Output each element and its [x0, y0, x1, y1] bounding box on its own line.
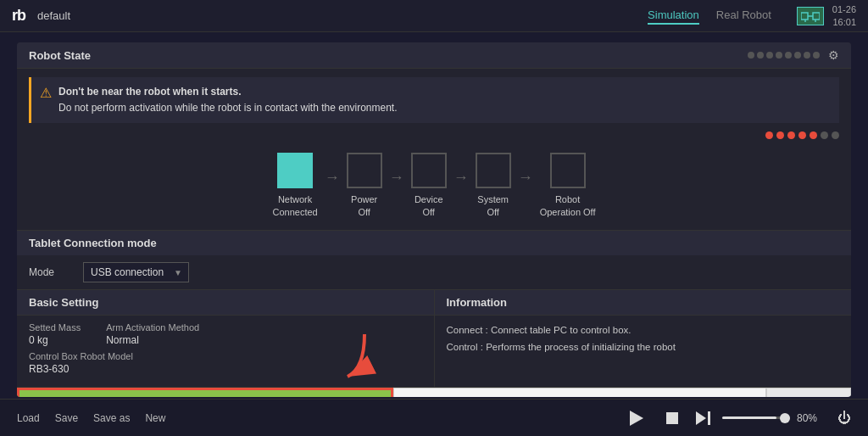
warning-line1: Don't be near the robot when it starts. [58, 86, 242, 98]
tablet-mode-row: Mode USB connection WiFi connection Blue… [17, 255, 851, 289]
speed-slider-track[interactable] [722, 416, 790, 419]
robot-state-header: Robot State ⚙ [17, 42, 851, 69]
power-button[interactable]: ⏻ [837, 411, 851, 426]
dot-7 [804, 52, 810, 59]
warning-banner: ⚠ Don't be near the robot when it starts… [29, 77, 839, 123]
stop-button[interactable] [660, 406, 684, 430]
nav-load[interactable]: Load [17, 412, 40, 424]
information-col: Information Connect : Connect table PC t… [435, 290, 852, 387]
close-button[interactable]: Close [766, 388, 851, 397]
tablet-connection-title: Tablet Connection mode [17, 231, 851, 255]
step-network: NetworkConnected [272, 153, 317, 218]
status-dots-row [17, 131, 851, 144]
play-button[interactable] [625, 406, 648, 430]
topbar: rb default Simulation Real Robot 01-26 1… [0, 0, 868, 32]
dot-4 [776, 52, 782, 59]
speed-slider-value: 80% [797, 412, 817, 424]
arm-activation-value: Normal [106, 334, 199, 346]
main-panel: Robot State ⚙ ⚠ Don't be near the robot … [17, 42, 851, 397]
topbar-datetime: 01-26 16:01 [832, 3, 856, 28]
tablet-mode-label: Mode [29, 266, 71, 278]
nav-new[interactable]: New [145, 412, 165, 424]
step-label-robot-operation: RobotOperation Off [540, 193, 596, 218]
basic-setting-col: Basic Setting Setted Mass 0 kg Arm Activ… [17, 290, 435, 387]
step-device: DeviceOff [411, 153, 447, 218]
topbar-right: 01-26 16:01 [797, 3, 856, 28]
tab-simulation[interactable]: Simulation [648, 7, 699, 25]
step-arrow-2: → [382, 169, 411, 187]
control-box-field: Control Box Robot Model RB3-630 [29, 351, 422, 375]
nav-save-as[interactable]: Save as [93, 412, 130, 424]
info-line2: Control : Performs the process of initia… [447, 339, 840, 356]
information-title: Information [435, 290, 852, 316]
status-dot-red-5 [810, 131, 817, 139]
step-label-system: SystemOff [477, 193, 509, 218]
step-box-network [277, 153, 313, 188]
step-box-power [347, 153, 382, 188]
stop-icon [666, 412, 678, 424]
dots-indicator [748, 52, 820, 59]
step-robot-operation: RobotOperation Off [540, 153, 596, 218]
status-dot-red-3 [787, 131, 795, 139]
bottom-nav: Load Save Save as New [17, 412, 165, 424]
action-button-row: Control Disconnect Close [17, 387, 851, 397]
svg-rect-1 [813, 13, 820, 20]
disconnect-button[interactable]: Disconnect [393, 388, 766, 397]
dot-1 [748, 52, 754, 59]
speed-slider-thumb[interactable] [780, 413, 790, 423]
control-button[interactable]: Control [17, 388, 393, 397]
status-dot-red-2 [776, 131, 784, 139]
project-name: default [37, 9, 70, 22]
step-arrow-4: → [511, 169, 540, 187]
arm-activation-label: Arm Activation Method [106, 322, 199, 333]
speed-slider-container: 80% [722, 412, 817, 424]
tablet-mode-select[interactable]: USB connection WiFi connection Bluetooth [83, 262, 189, 282]
control-box-value: RB3-630 [29, 363, 422, 375]
info-line1: Connect : Connect table PC to control bo… [447, 322, 840, 339]
step-arrow-1: → [318, 169, 347, 187]
information-text: Connect : Connect table PC to control bo… [447, 322, 840, 355]
tab-real-robot[interactable]: Real Robot [716, 7, 771, 25]
dot-6 [794, 52, 801, 59]
step-box-robot-operation [550, 153, 586, 188]
two-col-section: Basic Setting Setted Mass 0 kg Arm Activ… [17, 289, 851, 387]
step-label-power: PowerOff [351, 193, 377, 218]
robot-state-controls: ⚙ [748, 48, 839, 62]
field-pair-mass-arm: Setted Mass 0 kg Arm Activation Method N… [29, 322, 422, 351]
step-box-system [476, 153, 511, 188]
skip-button[interactable] [696, 411, 710, 425]
step-box-device [411, 153, 447, 188]
dot-8 [813, 52, 820, 59]
robot-state-title: Robot State [29, 49, 91, 62]
app-logo: rb [12, 7, 25, 25]
warning-text: Don't be near the robot when it starts. … [58, 84, 398, 116]
connection-status-icon [797, 7, 824, 25]
nav-save[interactable]: Save [55, 412, 78, 424]
setted-mass-label: Setted Mass [29, 322, 81, 333]
step-label-network: NetworkConnected [272, 193, 317, 218]
warning-icon: ⚠ [40, 85, 52, 101]
tablet-mode-select-wrapper[interactable]: USB connection WiFi connection Bluetooth [83, 262, 189, 282]
skip-line-icon [708, 411, 710, 425]
status-dot-gray-2 [832, 131, 839, 139]
dot-2 [757, 52, 764, 59]
step-power: PowerOff [347, 153, 382, 218]
speed-slider-fill [722, 416, 776, 419]
play-icon [630, 411, 643, 426]
step-arrow-3: → [447, 169, 476, 187]
information-body: Connect : Connect table PC to control bo… [435, 316, 852, 362]
control-box-label: Control Box Robot Model [29, 351, 422, 361]
bottombar: Load Save Save as New 80% ⏻ [0, 399, 868, 436]
setted-mass-field: Setted Mass 0 kg [29, 322, 81, 346]
settings-icon[interactable]: ⚙ [828, 48, 839, 62]
setted-mass-value: 0 kg [29, 334, 81, 346]
basic-setting-body: Setted Mass 0 kg Arm Activation Method N… [17, 316, 434, 387]
status-dot-red-1 [765, 131, 773, 139]
step-system: SystemOff [476, 153, 511, 218]
status-dot-gray-1 [821, 131, 828, 139]
bottom-controls: 80% ⏻ [625, 406, 851, 430]
skip-triangle-icon [696, 411, 706, 425]
topbar-tabs: Simulation Real Robot [648, 7, 771, 25]
arm-activation-field: Arm Activation Method Normal [106, 322, 199, 346]
status-dot-red-4 [798, 131, 806, 139]
